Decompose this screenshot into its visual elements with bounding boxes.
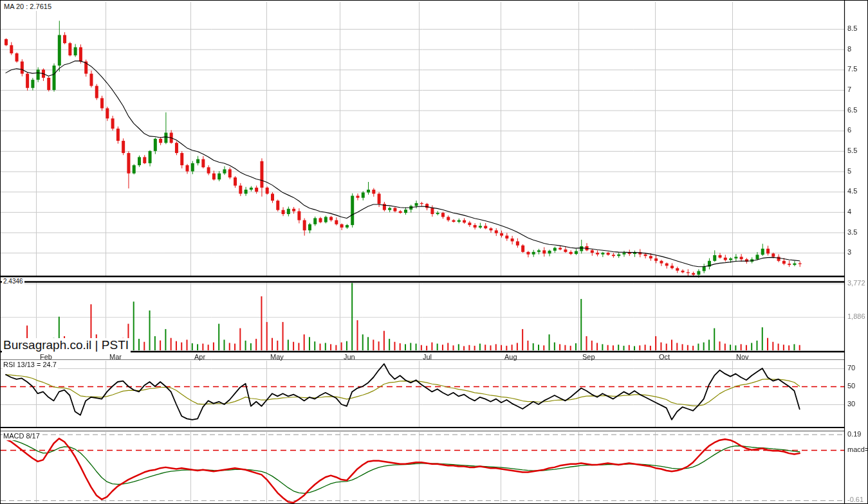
rsi-tick-label: 70 xyxy=(847,364,855,372)
volume-tick-label: 1,886 xyxy=(847,312,865,321)
watermark-ticker-label: Bursagraph.co.il | PSTI xyxy=(2,338,131,353)
price-tick-label: 7.5 xyxy=(847,65,857,73)
support-level-label: 2.4346 xyxy=(2,278,24,285)
price-tick-label: 7 xyxy=(847,86,851,94)
month-label: Jun xyxy=(344,353,355,361)
volume-tick-label: 3,772 xyxy=(847,279,865,287)
ma-indicator-label: MA 20 : 2.7615 xyxy=(3,3,53,11)
month-label: Mar xyxy=(109,353,122,361)
rsi-tick-label: 30 xyxy=(847,400,855,408)
month-label: Jul xyxy=(423,353,432,361)
price-tick-label: 3.5 xyxy=(847,228,857,237)
month-label: May xyxy=(270,353,284,361)
macd-tick-label: macd=0 xyxy=(847,446,868,454)
price-tick-label: 3 xyxy=(847,248,851,256)
price-tick-label: 8 xyxy=(847,45,851,53)
price-tick-label: 6 xyxy=(847,126,851,134)
price-tick-label: 5 xyxy=(847,167,851,176)
macd-tick-label: -0.61 xyxy=(847,496,863,504)
rsi-indicator-label: RSI 13/13 = 24.7 xyxy=(3,361,58,369)
price-tick-label: 4.5 xyxy=(847,187,857,195)
macd-indicator-label: MACD 8/17 xyxy=(3,432,41,440)
price-tick-label: 8.5 xyxy=(847,24,857,33)
price-tick-label: 6.5 xyxy=(847,106,857,114)
rsi-tick-label: 50 xyxy=(847,382,855,390)
chart-screen: MA 20 : 2.7615 2.4346 Bursagraph.co.il |… xyxy=(0,0,868,504)
macd-tick-label: 0.19 xyxy=(847,430,861,438)
month-label: Oct xyxy=(659,353,670,361)
month-label: Nov xyxy=(736,353,749,361)
month-label: Feb xyxy=(40,353,52,361)
month-label: Sep xyxy=(582,353,595,361)
month-label: Apr xyxy=(194,353,205,361)
chart-canvas[interactable] xyxy=(1,1,868,504)
price-tick-label: 4 xyxy=(847,208,851,216)
month-label: Aug xyxy=(504,353,517,361)
price-tick-label: 5.5 xyxy=(847,147,857,155)
